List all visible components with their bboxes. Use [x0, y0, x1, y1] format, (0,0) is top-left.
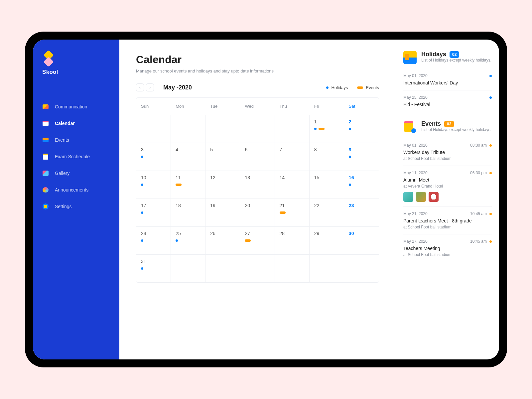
- date-number: 5: [210, 147, 235, 152]
- holidays-list: May 01, 2020International Workers' DayMa…: [403, 69, 492, 112]
- date-number: 7: [280, 147, 305, 152]
- date-cell[interactable]: 29: [310, 227, 344, 255]
- date-markers: [349, 184, 374, 186]
- page-subtitle: Manage our school events and holidays an…: [136, 68, 379, 73]
- date-cell[interactable]: 10: [136, 171, 171, 199]
- date-markers: [141, 239, 166, 242]
- prev-month-button[interactable]: ‹: [136, 83, 144, 91]
- date-cell[interactable]: 5: [205, 143, 240, 171]
- date-number: 8: [314, 147, 339, 152]
- date-cell[interactable]: 18: [171, 199, 205, 227]
- legend: Holidays Events: [326, 85, 379, 90]
- holidays-subtitle: List of Holidays except weekly holidays.: [421, 58, 491, 63]
- event-pill-icon: [357, 86, 363, 89]
- date-cell[interactable]: 12: [205, 171, 240, 199]
- date-cell: [171, 255, 205, 283]
- date-cell[interactable]: 1: [310, 115, 344, 143]
- date-cell[interactable]: 13: [240, 171, 275, 199]
- date-cell[interactable]: 3: [136, 143, 171, 171]
- logo: Skool: [33, 52, 119, 75]
- page-title: Calendar: [136, 54, 379, 66]
- date-cell[interactable]: 19: [205, 199, 240, 227]
- date-cell[interactable]: 7: [275, 143, 310, 171]
- thumbnail-image[interactable]: [416, 192, 426, 202]
- holiday-item[interactable]: May 01, 2020International Workers' Day: [403, 69, 492, 90]
- calendar-header: ‹ › May -2020 Holidays Events: [136, 83, 379, 91]
- event-item[interactable]: May 01, 202008:30 amWorkers day Tributea…: [403, 138, 492, 166]
- holiday-title: International Workers' Day: [403, 80, 492, 85]
- date-cell[interactable]: 22: [310, 199, 344, 227]
- date-markers: [141, 211, 166, 214]
- event-marker-icon: [280, 211, 286, 214]
- date-cell[interactable]: 2: [344, 115, 379, 143]
- nav-exam-schedule[interactable]: Exam Scchedule: [33, 149, 119, 165]
- nav-gallery[interactable]: Gallery: [33, 165, 119, 181]
- holiday-date: May 01, 2020: [403, 73, 428, 78]
- event-date: May 11, 2020: [403, 171, 428, 175]
- date-number: 27: [245, 231, 270, 236]
- event-item[interactable]: May 21, 202010:45 amParent teachers Meet…: [403, 207, 492, 234]
- main: Calendar Manage our school events and ho…: [119, 40, 499, 359]
- date-number: 29: [314, 231, 339, 236]
- date-cell: [344, 255, 379, 283]
- holiday-item[interactable]: May 25, 2020Eid - Festival: [403, 90, 492, 112]
- date-number: 22: [314, 203, 339, 208]
- date-cell[interactable]: 27: [240, 227, 275, 255]
- date-markers: [141, 184, 166, 186]
- event-dot-icon: [489, 172, 492, 174]
- date-number: 14: [280, 175, 305, 180]
- date-number: 20: [245, 203, 270, 208]
- date-cell[interactable]: 8: [310, 143, 344, 171]
- event-item[interactable]: May 11, 202006:30 pmAlumni Meetat Vevera…: [403, 166, 492, 207]
- weekday-label: Thu: [275, 98, 310, 115]
- date-cell[interactable]: 17: [136, 199, 171, 227]
- thumbnail-image[interactable]: [403, 192, 413, 202]
- holidays-count-badge: 02: [450, 51, 459, 58]
- date-cell[interactable]: 31: [136, 255, 171, 283]
- date-cell[interactable]: 24: [136, 227, 171, 255]
- nav-settings[interactable]: Settings: [33, 199, 119, 214]
- date-cell[interactable]: 9: [344, 143, 379, 171]
- nav-communication[interactable]: Communication: [33, 99, 119, 115]
- date-cell[interactable]: 6: [240, 143, 275, 171]
- nav-label: Announcements: [55, 187, 88, 193]
- date-cell[interactable]: 21: [275, 199, 310, 227]
- next-month-button[interactable]: ›: [146, 83, 154, 91]
- events-header: Events03 List of Holidays except weekly …: [403, 120, 492, 134]
- date-cell[interactable]: 15: [310, 171, 344, 199]
- month-pager: ‹ ›: [136, 83, 154, 91]
- date-cell[interactable]: 26: [205, 227, 240, 255]
- event-item[interactable]: May 27, 202010:45 amTeachers Meetingat S…: [403, 234, 492, 262]
- holiday-marker-icon: [349, 156, 351, 158]
- event-time: 10:45 am: [470, 211, 487, 216]
- event-dot-icon: [489, 213, 492, 215]
- date-cell[interactable]: 30: [344, 227, 379, 255]
- holidays-header: Holidays02 List of Holidays except weekl…: [403, 51, 492, 64]
- date-markers: [349, 156, 374, 158]
- date-number: 21: [280, 203, 305, 208]
- nav-announcements[interactable]: Announcements: [33, 182, 119, 198]
- holiday-date: May 25, 2020: [403, 95, 428, 100]
- thumbnail-image[interactable]: [429, 192, 439, 202]
- date-cell[interactable]: 23: [344, 199, 379, 227]
- date-cell[interactable]: 4: [171, 143, 205, 171]
- event-title: Workers day Tribute: [403, 150, 492, 155]
- date-number: 26: [210, 231, 235, 236]
- date-cell[interactable]: 25: [171, 227, 205, 255]
- date-number: 3: [141, 147, 166, 152]
- event-date: May 21, 2020: [403, 211, 428, 216]
- side-panel: Holidays02 List of Holidays except weekl…: [396, 40, 499, 359]
- nav-calendar[interactable]: Calendar: [33, 115, 119, 131]
- date-cell[interactable]: 11: [171, 171, 205, 199]
- date-grid: 1234567891011121314151617181920212223242…: [136, 115, 379, 283]
- nav-label: Gallery: [55, 171, 69, 176]
- holiday-marker-icon: [141, 211, 143, 214]
- date-cell[interactable]: 28: [275, 227, 310, 255]
- date-cell[interactable]: 20: [240, 199, 275, 227]
- date-cell[interactable]: 16: [344, 171, 379, 199]
- nav-events[interactable]: Events: [33, 132, 119, 148]
- holiday-marker-icon: [349, 128, 351, 130]
- date-cell[interactable]: 14: [275, 171, 310, 199]
- nav-label: Exam Scchedule: [55, 154, 90, 159]
- megaphone-icon: [42, 187, 49, 193]
